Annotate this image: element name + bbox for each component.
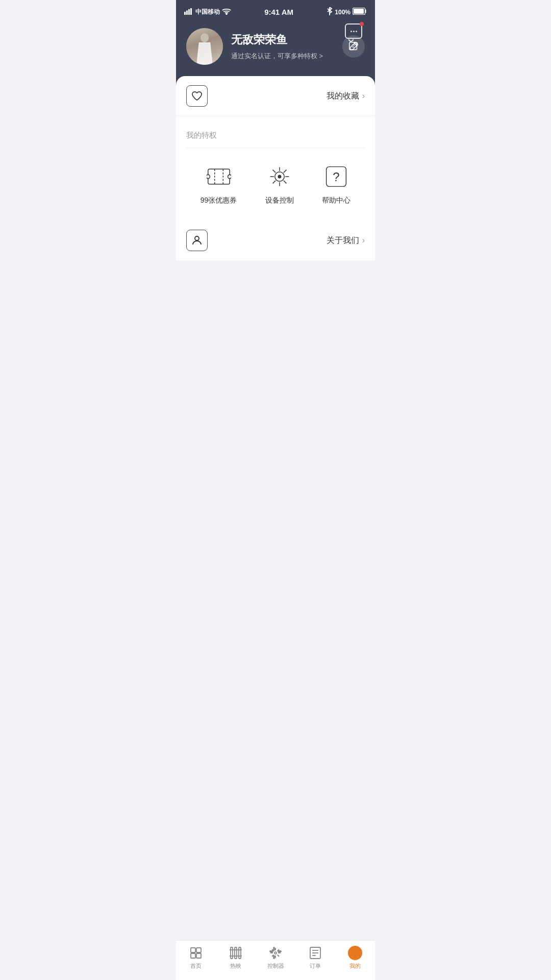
collections-right[interactable]: 我的收藏 › <box>327 91 365 102</box>
edit-icon <box>348 41 359 52</box>
collections-row[interactable]: 我的收藏 › <box>176 76 375 116</box>
main-content: 我的收藏 › 我的特权 99张优惠券 <box>176 76 375 260</box>
device-label: 设备控制 <box>265 196 294 205</box>
svg-point-15 <box>207 175 210 178</box>
profile-row: 无敌荣荣鱼 通过实名认证，可享多种特权 > <box>186 28 365 65</box>
wifi-icon <box>222 8 231 16</box>
svg-rect-1 <box>186 10 188 15</box>
about-section: 关于我们 › <box>176 220 375 260</box>
svg-rect-2 <box>188 9 190 15</box>
svg-point-21 <box>195 236 199 240</box>
about-chevron-icon: › <box>362 236 365 245</box>
username: 无敌荣荣鱼 <box>231 32 334 47</box>
time-display: 9:41 AM <box>264 8 293 16</box>
avatar[interactable] <box>186 28 223 65</box>
privilege-divider <box>186 148 365 148</box>
chevron-right-icon: › <box>362 91 365 101</box>
about-row[interactable]: 关于我们 › <box>186 230 365 251</box>
message-bubble-icon <box>345 23 362 39</box>
privilege-title: 我的特权 <box>186 131 365 140</box>
heart-icon-box <box>186 85 208 107</box>
svg-point-16 <box>228 175 231 178</box>
device-item[interactable]: 设备控制 <box>265 163 294 205</box>
privilege-icons-container: 99张优惠券 <box>176 151 375 215</box>
privilege-section: 我的特权 <box>176 121 375 151</box>
signal-icon <box>184 8 193 16</box>
battery-percent: 100% <box>335 9 350 16</box>
about-right: 关于我们 › <box>327 235 365 246</box>
person-icon-box <box>186 230 208 251</box>
help-item[interactable]: ? 帮助中心 <box>322 163 350 205</box>
header-section: 无敌荣荣鱼 通过实名认证，可享多种特权 > <box>176 20 375 85</box>
device-icon <box>266 163 293 190</box>
coupon-item[interactable]: 99张优惠券 <box>201 163 237 205</box>
help-icon: ? <box>323 163 349 190</box>
verify-text[interactable]: 通过实名认证，可享多种特权 > <box>231 52 334 61</box>
svg-text:?: ? <box>333 170 340 184</box>
help-label: 帮助中心 <box>322 196 350 205</box>
svg-rect-0 <box>184 12 186 15</box>
about-label: 关于我们 <box>327 235 359 246</box>
svg-rect-12 <box>208 169 229 184</box>
carrier-label: 中国移动 <box>195 8 220 16</box>
about-left <box>186 230 208 251</box>
bluetooth-icon <box>327 7 333 17</box>
svg-point-4 <box>226 14 227 15</box>
notification-dot <box>360 22 364 26</box>
battery-icon <box>353 8 367 16</box>
status-bar: 中国移动 9:41 AM 100% <box>176 0 375 20</box>
svg-point-18 <box>278 175 281 178</box>
collections-label: 我的收藏 <box>327 91 359 102</box>
privilege-icons: 99张优惠券 <box>176 151 375 215</box>
profile-info: 无敌荣荣鱼 通过实名认证，可享多种特权 > <box>231 32 334 61</box>
svg-rect-3 <box>190 8 192 15</box>
coupon-icon <box>206 163 232 190</box>
coupon-label: 99张优惠券 <box>201 196 237 205</box>
message-button[interactable] <box>342 20 365 42</box>
status-left: 中国移动 <box>184 8 231 16</box>
svg-rect-7 <box>354 9 364 14</box>
status-right: 100% <box>327 7 367 17</box>
